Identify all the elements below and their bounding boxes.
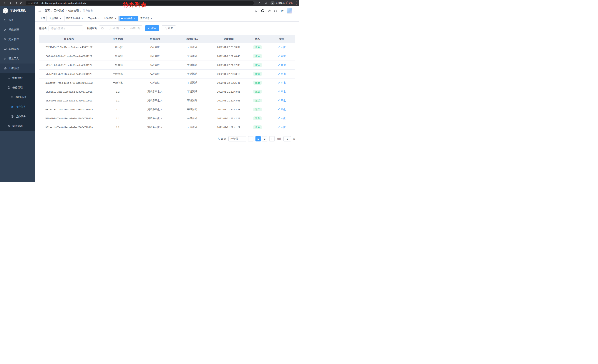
sidebar-item-done-task[interactable]: 已办任务 [0,112,35,121]
tab-home[interactable]: 首页 [39,16,47,21]
sidebar-item-task-manage[interactable]: 任务管理 [0,83,35,92]
app-logo-row[interactable]: 芋道管理系统 [0,6,35,15]
total-count: 共 16 条 [217,137,226,140]
tab-done-tasks[interactable]: 已办任务× [86,16,102,21]
password-key-icon[interactable] [256,0,262,6]
breadcrumb-item: 待办任务 [83,9,93,12]
address-bar[interactable]: 不安全 dashboard.yudao.iocoder.cn/bpm/task/… [25,1,254,5]
tab-my-process[interactable]: 我的流程× [103,16,119,21]
approve-button[interactable]: 审批 [278,99,286,102]
table-body: 73211d9d-7b9b-11ec-b5b7-acde48001122一级审批… [39,43,295,132]
sidebar-toggle-icon[interactable] [38,9,42,13]
sidebar-item-workflow[interactable]: 工作流程 [0,64,35,73]
browser-reload-icon[interactable] [13,0,18,6]
sidebar-item-leave-query[interactable]: 请假查询 [0,121,35,131]
menu-dots-icon [294,2,296,4]
cell-actions: 审批 [268,96,295,105]
column-header: 任务名称 [99,35,136,43]
browser-toolbar: 不安全 dashboard.yudao.iocoder.cn/bpm/task/… [0,0,299,6]
approve-button[interactable]: 审批 [278,90,286,93]
sidebar-item-my-process[interactable]: 我的流程 [0,92,35,102]
page-unit: 页 [293,137,295,140]
close-icon[interactable]: × [114,17,117,20]
cell-process: 测试多审批人 [136,96,174,105]
cell-actions: 审批 [268,61,295,69]
not-secure-icon [28,2,30,4]
tab-start-process[interactable]: 发起流程× [48,16,63,21]
status-badge: 激活 [253,45,262,49]
cell-initiator: 芋道源码 [174,96,211,105]
page-button-1[interactable]: 1 [256,136,261,141]
breadcrumb-item[interactable]: 首页 [45,9,50,12]
tab-process-detail[interactable]: 流程详情× [139,16,154,21]
close-icon[interactable]: × [81,17,83,20]
approve-button[interactable]: 审批 [278,108,286,111]
approve-button[interactable]: 审批 [278,126,286,129]
page-size-select[interactable]: 10条/页 [228,136,246,141]
approve-button[interactable]: 审批 [278,63,286,67]
sidebar-item-label: 工作流程 [8,67,19,70]
gear-icon [4,28,7,31]
cell-process: OA 请假 [136,61,174,69]
approve-button[interactable]: 审批 [278,54,286,58]
search-button[interactable]: 搜索 [145,25,159,31]
approve-button[interactable]: 审批 [278,72,286,75]
cell-initiator: 芋道源码 [174,123,211,132]
close-icon[interactable]: × [133,17,136,20]
tab-todo-tasks[interactable]: 待办任务× [119,16,138,21]
reset-button-label: 重置 [168,27,173,30]
bookmark-star-icon[interactable] [263,0,269,6]
breadcrumb-item[interactable]: 任务管理 [68,9,79,12]
sidebar-item-label: 首页 [8,18,14,22]
font-size-icon[interactable]: TT [280,9,283,12]
search-icon [148,27,150,30]
reset-button[interactable]: 重置 [162,25,176,31]
close-icon[interactable]: × [98,17,100,20]
tabs-bar: 首页发起流程×流程表单-编辑×已办任务×我的流程×待办任务×流程详情× [35,15,299,22]
browser-back-icon[interactable] [2,0,7,6]
prev-page-button[interactable] [248,136,253,141]
close-icon[interactable]: × [59,17,62,20]
avatar-caret-icon[interactable] [294,10,296,14]
page-button-2[interactable]: 2 [262,136,267,141]
cell-id: 580e1b3d-7ac8-11ec-a9e2-a2380e71991a [39,114,99,123]
briefcase-icon [4,67,7,70]
cell-id: 8f059c03-7ac8-11ec-a9e2-a2380e71991a [39,96,99,105]
cell-created: 2022-01-22 21:48:48 [211,52,247,61]
browser-update-button[interactable]: 更新 [286,1,297,5]
next-page-button[interactable] [269,136,274,141]
process-name-input[interactable] [49,25,83,31]
cell-created: 2022-01-21 22:43:55 [211,96,247,105]
user-avatar[interactable] [287,8,292,14]
breadcrumb-item[interactable]: 工作流程 [54,9,64,12]
sidebar-item-payment[interactable]: 支付管理 [0,35,35,44]
help-icon[interactable] [268,9,271,12]
fullscreen-icon[interactable] [274,9,277,12]
column-header: 操作 [268,35,295,43]
app-logo-icon [3,8,8,14]
cell-name: 1.1 [99,96,136,105]
goto-page-input[interactable] [283,136,291,141]
list-icon [8,76,10,80]
sidebar-item-process-manage[interactable]: 流程管理 [0,73,35,83]
status-badge: 激活 [253,108,262,111]
tab-form-edit[interactable]: 流程表单-编辑× [64,16,85,21]
sidebar-item-home[interactable]: 首页 [0,15,35,25]
sidebar-item-system[interactable]: 系统管理 [0,25,35,35]
sidebar-item-todo-task[interactable]: 待办任务 [0,102,35,112]
tab-label: 流程表单-编辑 [66,17,80,20]
approve-button[interactable]: 审批 [278,81,286,84]
approve-button[interactable]: 审批 [278,117,286,120]
search-icon[interactable] [255,9,258,12]
sidebar-item-infrastructure[interactable]: 基础设施 [0,44,35,54]
browser-forward-icon[interactable] [8,0,13,6]
github-icon[interactable] [261,9,265,13]
wrench-icon [4,57,7,60]
sidebar-item-dev-tools[interactable]: 研发工具 [0,54,35,64]
cell-status: 激活 [247,123,268,132]
browser-home-icon[interactable] [18,0,24,6]
close-icon[interactable]: × [150,17,153,20]
approve-button[interactable]: 审批 [278,46,286,49]
pagination: 共 16 条 10条/页 12 前往 页 [39,136,295,141]
date-range-picker[interactable]: 开始日期 - 结束日期 [99,25,142,31]
